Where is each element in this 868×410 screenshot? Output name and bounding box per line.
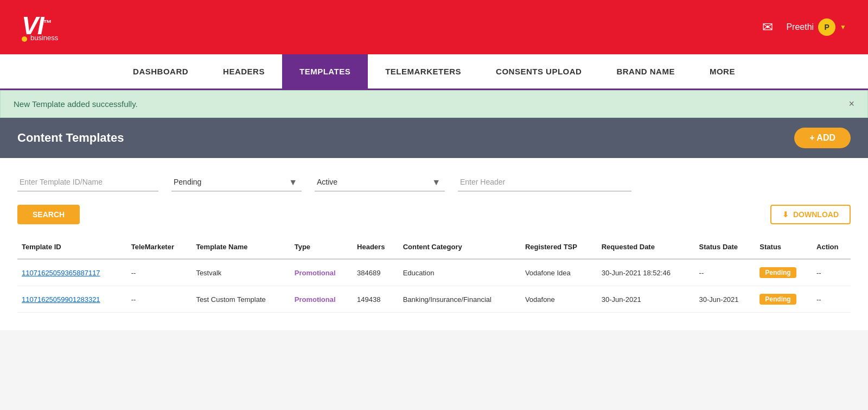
user-area: Preethi P ▼ (786, 18, 846, 36)
cell-template-name: Test Custom Template (192, 286, 290, 313)
cell-template-name: Testvalk (192, 259, 290, 286)
col-requested-date: Requested Date (597, 235, 695, 259)
nav-item-templates[interactable]: TEMPLATES (282, 54, 368, 90)
col-telemarketer: TeleMarketer (127, 235, 192, 259)
table-wrap: Template ID TeleMarketer Template Name T… (0, 235, 868, 330)
nav-item-dashboard[interactable]: DASHBOARD (116, 54, 206, 90)
download-button[interactable]: ⬇ DOWNLOAD (770, 205, 851, 224)
cell-status: Pending (755, 286, 812, 313)
avatar: P (818, 18, 835, 36)
cell-headers: 384689 (353, 259, 399, 286)
nav-item-headers[interactable]: HEADERS (206, 54, 282, 90)
nav-bar: DASHBOARD HEADERS TEMPLATES TELEMARKETER… (0, 54, 868, 90)
cell-template-id[interactable]: 11071625059365887117 (17, 259, 127, 286)
cell-content-category: Banking/Insurance/Financial (399, 286, 521, 313)
header-input[interactable] (458, 173, 631, 192)
mail-icon[interactable]: ✉ (762, 20, 773, 35)
success-banner: New Template added successfully. × (0, 90, 868, 118)
cell-action[interactable]: -- (812, 259, 851, 286)
cell-telemarketer: -- (127, 286, 192, 313)
cell-status: Pending (755, 259, 812, 286)
nav-item-consents-upload[interactable]: CONSENTS UPLOAD (478, 54, 599, 90)
cell-headers: 149438 (353, 286, 399, 313)
table-row: 11071625059901283321 -- Test Custom Temp… (17, 286, 851, 313)
cell-action[interactable]: -- (812, 286, 851, 313)
col-type: Type (290, 235, 353, 259)
col-template-id: Template ID (17, 235, 127, 259)
col-template-name: Template Name (192, 235, 290, 259)
download-label: DOWNLOAD (793, 210, 839, 219)
search-button[interactable]: SEARCH (17, 205, 80, 224)
success-message: New Template added successfully. (14, 99, 138, 109)
status2-select[interactable]: Active Inactive All (315, 173, 445, 192)
add-button[interactable]: + ADD (794, 128, 851, 148)
download-icon: ⬇ (782, 210, 789, 219)
action-row: SEARCH ⬇ DOWNLOAD (0, 200, 868, 235)
cell-telemarketer: -- (127, 259, 192, 286)
cell-registered-tsp: Vodafone Idea (521, 259, 597, 286)
status1-select-wrap: Pending Active Inactive ▼ (171, 173, 302, 192)
col-headers: Headers (353, 235, 399, 259)
logo-area: VI™ business (22, 13, 58, 42)
chevron-down-icon[interactable]: ▼ (840, 23, 846, 31)
section-title: Content Templates (17, 131, 124, 145)
cell-status-date: 30-Jun-2021 (695, 286, 756, 313)
col-status: Status (755, 235, 812, 259)
logo-vi-text: VI™ (22, 13, 50, 38)
template-id-input[interactable] (17, 173, 158, 192)
filter-row: Pending Active Inactive ▼ Active Inactiv… (0, 158, 868, 200)
cell-registered-tsp: Vodafone (521, 286, 597, 313)
user-name: Preethi (786, 22, 814, 32)
close-banner-button[interactable]: × (848, 98, 854, 110)
cell-requested-date: 30-Jun-2021 (597, 286, 695, 313)
header-right: ✉ Preethi P ▼ (762, 18, 846, 36)
top-header: VI™ business ✉ Preethi P ▼ (0, 0, 868, 54)
nav-item-brand-name[interactable]: BRAND NAME (599, 54, 692, 90)
cell-content-category: Education (399, 259, 521, 286)
table-row: 11071625059365887117 -- Testvalk Promoti… (17, 259, 851, 286)
cell-type: Promotional (290, 259, 353, 286)
col-status-date: Status Date (695, 235, 756, 259)
content-templates-table: Template ID TeleMarketer Template Name T… (17, 235, 851, 313)
table-header-row: Template ID TeleMarketer Template Name T… (17, 235, 851, 259)
content-area: Content Templates + ADD Pending Active I… (0, 118, 868, 330)
col-registered-tsp: Registered TSP (521, 235, 597, 259)
section-header: Content Templates + ADD (0, 118, 868, 158)
nav-item-telemarketers[interactable]: TELEMARKETERS (368, 54, 478, 90)
cell-status-date: -- (695, 259, 756, 286)
status2-select-wrap: Active Inactive All ▼ (315, 173, 445, 192)
cell-type: Promotional (290, 286, 353, 313)
status1-select[interactable]: Pending Active Inactive (171, 173, 302, 192)
cell-template-id[interactable]: 11071625059901283321 (17, 286, 127, 313)
cell-requested-date: 30-Jun-2021 18:52:46 (597, 259, 695, 286)
col-content-category: Content Category (399, 235, 521, 259)
col-action: Action (812, 235, 851, 259)
nav-item-more[interactable]: MORE (692, 54, 752, 90)
